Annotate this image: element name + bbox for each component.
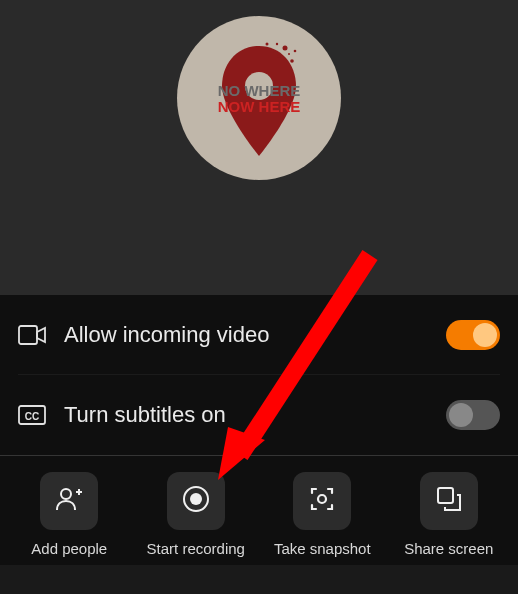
add-person-icon	[54, 484, 84, 518]
share-screen-icon	[434, 484, 464, 518]
svg-rect-20	[438, 488, 453, 503]
action-label: Share screen	[404, 540, 493, 557]
svg-text:NO WHERE: NO WHERE	[218, 82, 301, 99]
video-icon	[18, 321, 46, 349]
snapshot-icon	[307, 484, 337, 518]
share-screen-action[interactable]: Share screen	[386, 472, 513, 557]
add-people-action[interactable]: Add people	[6, 472, 133, 557]
svg-point-8	[294, 50, 297, 53]
svg-point-4	[290, 59, 294, 63]
action-label: Start recording	[147, 540, 245, 557]
svg-rect-11	[19, 326, 37, 344]
setting-label: Turn subtitles on	[64, 402, 428, 428]
avatar-area: NO WHERE NOW HERE	[0, 0, 518, 295]
setting-row-incoming-video[interactable]: Allow incoming video	[18, 295, 500, 375]
share-screen-button[interactable]	[420, 472, 478, 530]
svg-point-2	[278, 55, 281, 58]
start-recording-button[interactable]	[167, 472, 225, 530]
avatar: NO WHERE NOW HERE	[177, 16, 341, 180]
svg-point-19	[318, 495, 326, 503]
incoming-video-toggle[interactable]	[446, 320, 500, 350]
svg-point-1	[270, 49, 274, 53]
record-icon	[181, 484, 211, 518]
action-bar: Add people Start recording	[0, 456, 518, 565]
take-snapshot-action[interactable]: Take snapshot	[259, 472, 386, 557]
settings-panel: Allow incoming video CC Turn subtitles o…	[0, 295, 518, 455]
subtitles-toggle[interactable]	[446, 400, 500, 430]
setting-row-subtitles[interactable]: CC Turn subtitles on	[18, 375, 500, 455]
action-label: Take snapshot	[274, 540, 371, 557]
cc-icon: CC	[18, 401, 46, 429]
svg-point-18	[190, 493, 202, 505]
action-label: Add people	[31, 540, 107, 557]
svg-point-7	[288, 53, 290, 55]
take-snapshot-button[interactable]	[293, 472, 351, 530]
setting-label: Allow incoming video	[64, 322, 428, 348]
svg-text:CC: CC	[25, 411, 39, 422]
svg-point-5	[276, 43, 278, 45]
start-recording-action[interactable]: Start recording	[133, 472, 260, 557]
add-people-button[interactable]	[40, 472, 98, 530]
svg-point-14	[61, 489, 71, 499]
svg-point-3	[283, 46, 288, 51]
svg-point-6	[266, 43, 269, 46]
svg-text:NOW HERE: NOW HERE	[218, 98, 301, 115]
